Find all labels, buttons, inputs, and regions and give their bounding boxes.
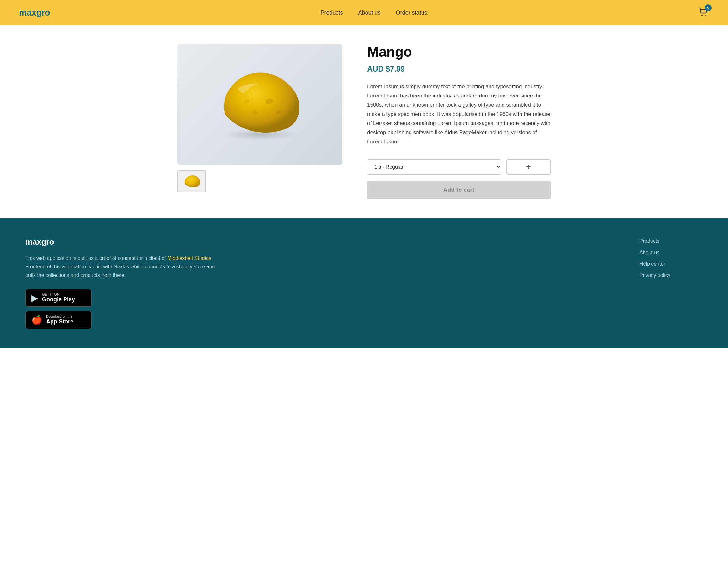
cart-button[interactable]: 5 <box>698 6 709 19</box>
app-store-badge[interactable]: 🍎 Download on the App Store <box>25 311 92 329</box>
svg-point-1 <box>705 15 706 16</box>
product-controls: 1lb - Regular + <box>367 159 551 175</box>
google-play-text: GET IT ON Google Play <box>42 293 75 303</box>
footer-links: Products About us Help center Privacy po… <box>639 238 703 278</box>
footer-logo: maxgro <box>25 237 614 247</box>
footer-link-privacy[interactable]: Privacy policy <box>639 272 703 278</box>
footer-left: maxgro This web application is built as … <box>25 237 614 329</box>
product-section: Mango AUD $7.99 Lorem Ipsum is simply du… <box>158 44 570 199</box>
quantity-increase-button[interactable]: + <box>506 159 551 175</box>
footer-link-products[interactable]: Products <box>639 238 703 244</box>
middleshelf-link[interactable]: Middleshelf Studios. <box>167 255 213 261</box>
app-store-name: App Store <box>46 319 73 326</box>
footer-right: Products About us Help center Privacy po… <box>639 237 703 329</box>
main-nav: Products About us Order status <box>321 9 427 16</box>
thumbnail-1[interactable] <box>177 170 206 192</box>
add-to-cart-button[interactable]: Add to cart <box>367 181 551 199</box>
google-play-store-name: Google Play <box>42 296 75 303</box>
google-play-badge[interactable]: ▶ GET IT ON Google Play <box>25 289 92 307</box>
google-play-icon: ▶ <box>31 293 38 303</box>
svg-point-0 <box>701 15 703 16</box>
product-details: Mango AUD $7.99 Lorem Ipsum is simply du… <box>367 44 551 199</box>
footer-link-about[interactable]: About us <box>639 250 703 255</box>
nav-about[interactable]: About us <box>358 9 381 16</box>
cart-badge: 5 <box>705 4 712 11</box>
thumb-mango-icon <box>182 174 201 188</box>
product-price: AUD $7.99 <box>367 65 551 73</box>
footer: maxgro This web application is built as … <box>0 218 728 348</box>
product-description: Lorem Ipsum is simply dummy text of the … <box>367 82 551 146</box>
thumbnail-row <box>177 170 342 192</box>
mango-illustration <box>206 63 313 146</box>
apple-icon: 🍎 <box>31 315 42 325</box>
app-store-get-it: Download on the <box>46 315 73 319</box>
site-logo[interactable]: maxgro <box>19 8 50 18</box>
app-badges: ▶ GET IT ON Google Play 🍎 Download on th… <box>25 289 614 329</box>
product-image-area <box>177 44 342 192</box>
variant-select[interactable]: 1lb - Regular <box>367 159 501 175</box>
footer-description: This web application is built as a proof… <box>25 254 215 280</box>
nav-order-status[interactable]: Order status <box>396 9 427 16</box>
footer-link-help[interactable]: Help center <box>639 261 703 267</box>
nav-products[interactable]: Products <box>321 9 343 16</box>
app-store-text: Download on the App Store <box>46 315 73 326</box>
main-product-image <box>177 44 342 164</box>
google-play-get-it: GET IT ON <box>42 293 75 296</box>
product-title: Mango <box>367 44 551 59</box>
